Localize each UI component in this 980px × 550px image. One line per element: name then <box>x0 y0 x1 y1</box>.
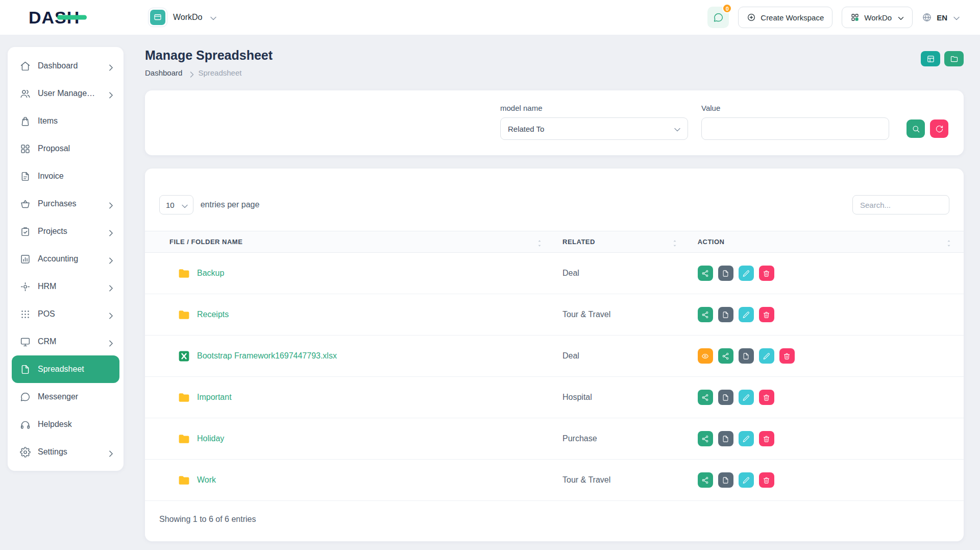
column-header-related[interactable]: RELATED <box>554 231 690 253</box>
file-link[interactable]: Holiday <box>197 434 224 443</box>
share-button[interactable] <box>698 266 713 281</box>
value-label: Value <box>701 104 889 112</box>
sidebar-item-purchases[interactable]: Purchases <box>12 190 119 218</box>
sidebar-item-hrm[interactable]: HRM <box>12 273 119 300</box>
share-button[interactable] <box>698 472 713 488</box>
app-logo[interactable]: DASH <box>0 8 134 28</box>
sidebar-item-items[interactable]: Items <box>12 107 119 135</box>
chevron-right-icon <box>187 69 197 80</box>
create-folder-button[interactable] <box>944 51 964 66</box>
sidebar-item-label: Invoice <box>38 172 113 181</box>
create-workspace-button[interactable]: Create Workspace <box>738 7 832 28</box>
chevron-right-icon <box>106 228 116 238</box>
sidebar-item-helpdesk[interactable]: Helpdesk <box>12 411 119 438</box>
breadcrumb: Dashboard Spreadsheet <box>145 68 273 77</box>
apps-menu-button[interactable]: WorkDo <box>842 7 913 28</box>
sidebar-item-dashboard[interactable]: Dashboard <box>12 52 119 80</box>
reset-filter-button[interactable] <box>930 119 948 138</box>
sort-icon <box>944 238 954 248</box>
file-button[interactable] <box>718 390 733 405</box>
table-row: Bootstrap Framework1697447793.xlsxDeal <box>145 336 964 377</box>
share-button[interactable] <box>698 431 713 446</box>
file-link[interactable]: Important <box>197 393 232 402</box>
category-icon <box>20 144 31 154</box>
messages-button[interactable]: 0 <box>707 7 729 28</box>
file-link[interactable]: Receipts <box>197 310 229 319</box>
page-size-select[interactable]: 10 <box>159 195 193 214</box>
delete-button[interactable] <box>759 266 774 281</box>
edit-button[interactable] <box>739 266 754 281</box>
column-header-file-folder-name[interactable]: FILE / FOLDER NAME <box>145 231 554 253</box>
share-icon <box>701 435 709 443</box>
pencil-icon <box>742 394 750 401</box>
create-spreadsheet-button[interactable] <box>921 51 940 66</box>
workspace-switcher[interactable]: WorkDo <box>148 8 216 27</box>
language-selector[interactable]: EN <box>922 12 960 23</box>
sidebar-item-label: Accounting <box>38 254 99 264</box>
file-icon <box>722 311 729 319</box>
row-actions <box>698 472 955 488</box>
delete-button[interactable] <box>759 472 774 488</box>
file-button[interactable] <box>718 307 733 322</box>
share-icon <box>701 270 709 277</box>
row-actions <box>698 266 955 281</box>
table-row: WorkTour & Travel <box>145 460 964 501</box>
sidebar-item-user-management[interactable]: User Management <box>12 80 119 107</box>
edit-button[interactable] <box>759 348 774 364</box>
value-input[interactable] <box>701 117 889 140</box>
file-link[interactable]: Work <box>197 475 216 485</box>
excel-icon <box>178 350 190 363</box>
file-button[interactable] <box>718 472 733 488</box>
sidebar-item-messenger[interactable]: Messenger <box>12 383 119 411</box>
file-button[interactable] <box>739 348 754 364</box>
sidebar-item-proposal[interactable]: Proposal <box>12 135 119 162</box>
sidebar-item-crm[interactable]: CRM <box>12 328 119 355</box>
share-icon <box>701 394 709 401</box>
file-icon <box>20 364 31 375</box>
sidebar-item-label: User Management <box>38 89 99 98</box>
share-button[interactable] <box>698 390 713 405</box>
table-search-input[interactable] <box>852 195 949 214</box>
model-name-select[interactable]: Related To <box>500 117 688 140</box>
edit-button[interactable] <box>739 472 754 488</box>
share-button[interactable] <box>698 307 713 322</box>
workspace-name: WorkDo <box>173 13 203 22</box>
edit-button[interactable] <box>739 390 754 405</box>
delete-button[interactable] <box>759 307 774 322</box>
sidebar-item-invoice[interactable]: Invoice <box>12 162 119 190</box>
headset-icon <box>20 419 31 430</box>
file-link[interactable]: Bootstrap Framework1697447793.xlsx <box>197 351 337 361</box>
file-button[interactable] <box>718 266 733 281</box>
delete-button[interactable] <box>759 431 774 446</box>
trash-icon <box>783 352 791 360</box>
trash-icon <box>763 394 770 401</box>
delete-button[interactable] <box>759 390 774 405</box>
table-row: HolidayPurchase <box>145 418 964 460</box>
row-actions <box>698 390 955 405</box>
file-icon <box>722 435 729 443</box>
share-button[interactable] <box>718 348 733 364</box>
sidebar-item-spreadsheet[interactable]: Spreadsheet <box>12 355 119 383</box>
breadcrumb-dashboard-link[interactable]: Dashboard <box>145 68 182 77</box>
edit-button[interactable] <box>739 431 754 446</box>
sidebar-item-label: HRM <box>38 282 99 291</box>
sort-icon <box>534 238 545 248</box>
sort-icon <box>670 238 680 248</box>
apply-filter-button[interactable] <box>906 119 925 138</box>
file-button[interactable] <box>718 431 733 446</box>
row-actions <box>698 431 955 446</box>
delete-button[interactable] <box>779 348 795 364</box>
view-button[interactable] <box>698 348 713 364</box>
sidebar-item-settings[interactable]: Settings <box>12 438 119 466</box>
sidebar-item-accounting[interactable]: Accounting <box>12 245 119 273</box>
column-header-action[interactable]: ACTION <box>690 231 964 253</box>
sheet-grid-icon <box>926 55 935 63</box>
chevron-right-icon <box>106 448 116 459</box>
edit-button[interactable] <box>739 307 754 322</box>
table-header-row: FILE / FOLDER NAMERELATEDACTION <box>145 231 964 253</box>
sidebar-item-projects[interactable]: Projects <box>12 218 119 245</box>
basket-icon <box>20 199 31 209</box>
plus-circle-icon <box>747 13 756 22</box>
sidebar-item-pos[interactable]: POS <box>12 300 119 328</box>
file-link[interactable]: Backup <box>197 269 224 278</box>
